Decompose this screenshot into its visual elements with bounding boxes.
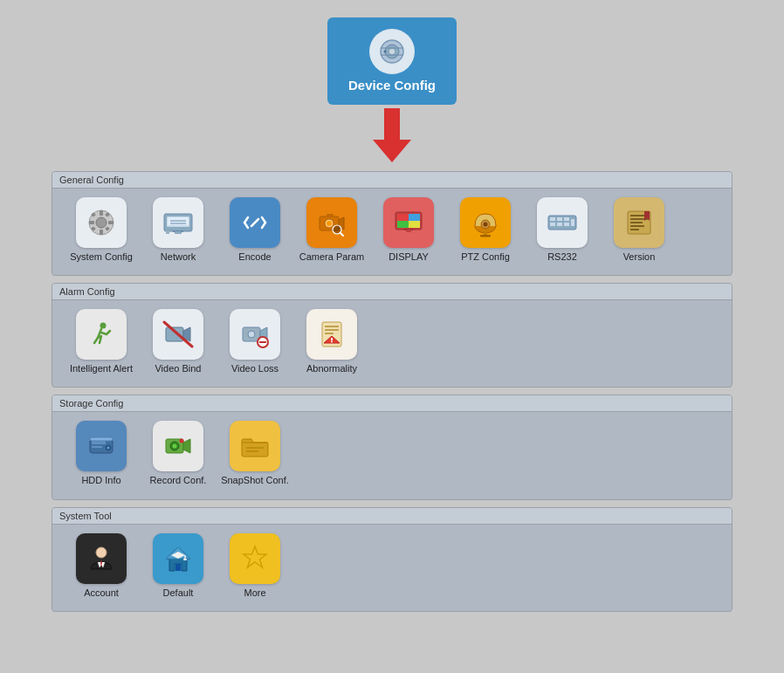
account-item[interactable]: Account <box>66 533 136 599</box>
hdd-info-icon <box>76 421 127 471</box>
svg-point-60 <box>100 323 107 329</box>
more-item[interactable]: More <box>220 533 290 599</box>
arrow-container <box>373 108 411 162</box>
display-item[interactable]: DISPLAY <box>374 197 444 263</box>
svg-rect-72 <box>325 333 334 334</box>
svg-point-89 <box>96 547 107 558</box>
svg-point-75 <box>331 341 333 343</box>
ptz-config-icon <box>460 197 511 248</box>
svg-point-84 <box>173 444 177 449</box>
more-label: More <box>244 587 265 599</box>
svg-point-5 <box>384 51 387 53</box>
svg-rect-20 <box>175 231 182 234</box>
display-label: DISPLAY <box>389 251 429 263</box>
svg-marker-85 <box>183 439 190 453</box>
storage-config-items: HDD Info Record Conf. <box>52 412 732 486</box>
default-label: Default <box>163 587 194 599</box>
svg-rect-61 <box>166 327 183 341</box>
intelligent-alert-item[interactable]: Intelligent Alert <box>66 309 136 374</box>
encode-item[interactable]: Encode <box>220 197 290 263</box>
account-icon <box>76 533 127 584</box>
system-config-icon <box>76 197 127 248</box>
record-conf-icon <box>153 421 203 471</box>
abnormality-label: Abnormality <box>306 363 357 374</box>
rs232-label: RS232 <box>547 251 577 263</box>
svg-rect-74 <box>331 338 333 340</box>
svg-point-42 <box>484 223 488 227</box>
device-config-button[interactable]: Device Config <box>327 17 457 105</box>
snapshot-conf-label: SnapShot Conf. <box>221 475 289 486</box>
default-item[interactable]: Default <box>143 533 213 599</box>
video-loss-label: Video Loss <box>231 363 279 374</box>
record-conf-label: Record Conf. <box>150 475 207 486</box>
svg-rect-58 <box>630 229 639 230</box>
general-config-title: General Config <box>52 172 732 189</box>
snapshot-conf-item[interactable]: SnapShot Conf. <box>220 421 290 486</box>
rs232-item[interactable]: RS232 <box>527 197 597 263</box>
svg-rect-52 <box>571 219 574 226</box>
svg-rect-11 <box>108 221 113 224</box>
general-config-section: General Config <box>52 171 732 276</box>
svg-point-80 <box>107 447 109 449</box>
main-content: General Config <box>52 171 732 619</box>
hdd-info-item[interactable]: HDD Info <box>66 421 136 486</box>
video-loss-icon <box>230 309 280 360</box>
device-config-icon <box>369 29 415 74</box>
rs232-icon <box>537 197 588 248</box>
svg-rect-29 <box>327 214 334 217</box>
camera-param-icon <box>306 197 357 248</box>
version-icon <box>614 197 664 248</box>
device-config-label: Device Config <box>348 78 436 93</box>
svg-rect-50 <box>557 223 562 226</box>
version-label: Version <box>623 251 656 263</box>
encode-icon <box>230 197 280 248</box>
account-label: Account <box>84 587 119 599</box>
svg-rect-10 <box>89 221 94 224</box>
svg-point-7 <box>96 217 107 228</box>
record-conf-item[interactable]: Record Conf. <box>143 421 213 486</box>
svg-rect-51 <box>564 223 569 226</box>
svg-point-2 <box>389 49 395 54</box>
svg-point-27 <box>327 221 332 226</box>
video-blind-label: Video Bind <box>155 363 201 374</box>
arrow-shaft <box>384 108 400 140</box>
snapshot-conf-icon <box>230 421 280 471</box>
storage-config-title: Storage Config <box>52 395 732 412</box>
svg-rect-23 <box>166 230 169 234</box>
svg-rect-8 <box>100 210 103 216</box>
svg-rect-35 <box>409 214 420 221</box>
version-item[interactable]: Version <box>604 197 674 263</box>
svg-rect-56 <box>630 222 643 223</box>
system-config-item[interactable]: System Config <box>66 197 136 263</box>
abnormality-item[interactable]: Abnormality <box>297 309 367 374</box>
intelligent-alert-label: Intelligent Alert <box>70 363 133 374</box>
svg-rect-9 <box>100 230 103 235</box>
alarm-config-items: Intelligent Alert Video Bind <box>52 300 732 374</box>
svg-rect-44 <box>480 235 491 237</box>
svg-rect-37 <box>409 221 420 228</box>
ptz-config-item[interactable]: PTZ Config <box>450 197 520 263</box>
svg-rect-78 <box>92 446 102 448</box>
abnormality-icon <box>306 309 357 360</box>
svg-rect-34 <box>397 214 409 221</box>
video-blind-item[interactable]: Video Bind <box>143 309 213 374</box>
alarm-config-section: Alarm Config Intelligent Alert <box>52 283 732 388</box>
camera-param-item[interactable]: Camera Param <box>297 197 367 263</box>
storage-config-section: Storage Config HDD Info <box>52 395 732 499</box>
system-tool-title: System Tool <box>52 508 732 525</box>
svg-rect-49 <box>550 223 555 226</box>
svg-rect-70 <box>325 326 339 327</box>
system-tool-section: System Tool Account <box>52 507 732 612</box>
network-item[interactable]: Network <box>143 197 213 263</box>
svg-rect-39 <box>406 230 411 232</box>
more-icon <box>230 533 280 584</box>
encode-label: Encode <box>238 251 271 263</box>
svg-rect-48 <box>564 217 569 221</box>
video-blind-icon <box>153 309 203 360</box>
svg-rect-81 <box>90 437 113 441</box>
svg-rect-92 <box>175 564 181 571</box>
video-loss-item[interactable]: Video Loss <box>220 309 290 374</box>
arrow-head <box>373 140 411 162</box>
svg-rect-46 <box>550 217 555 221</box>
default-icon <box>153 533 203 584</box>
